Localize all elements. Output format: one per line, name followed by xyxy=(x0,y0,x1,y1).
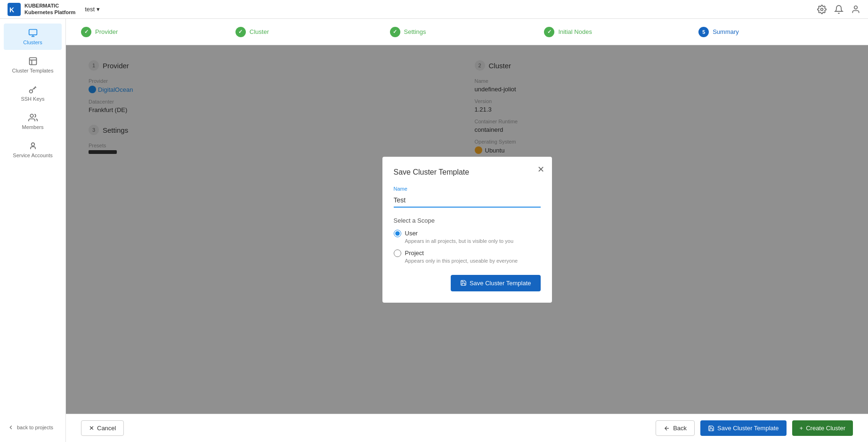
modal-footer: Save Cluster Template xyxy=(394,275,541,291)
plus-icon: + xyxy=(800,425,803,432)
step-label-summary: Summary xyxy=(713,28,739,35)
wizard-step-cluster[interactable]: ✓ Cluster xyxy=(235,27,390,37)
back-arrow-icon xyxy=(664,425,670,432)
footer-right: Back Save Cluster Template + Create Clus… xyxy=(656,420,853,436)
step-label-settings: Settings xyxy=(404,28,426,35)
radio-row-user: User xyxy=(394,230,541,237)
radio-user-label: User xyxy=(405,230,418,237)
create-cluster-label: Create Cluster xyxy=(806,425,845,432)
modal-name-field: Name xyxy=(394,186,541,208)
radio-user-desc: Appears in all projects, but is visible … xyxy=(405,238,541,244)
modal-close-button[interactable]: ✕ xyxy=(537,164,544,175)
step-label-provider: Provider xyxy=(95,28,118,35)
wizard-footer: ✕ Cancel Back Save Cluster Template xyxy=(66,414,868,442)
save-template-footer-label: Save Cluster Template xyxy=(717,425,779,432)
settings-icon[interactable] xyxy=(817,5,827,14)
wizard-body: 1 Provider Provider DigitalOcean Datacen… xyxy=(66,45,868,414)
modal-scope-label: Select a Scope xyxy=(394,217,541,224)
sidebar-item-ssh-keys[interactable]: SSH Keys xyxy=(4,80,62,106)
sidebar-members-label: Members xyxy=(22,124,44,130)
project-name: test xyxy=(85,6,95,13)
sidebar-item-service-accounts[interactable]: Service Accounts xyxy=(4,137,62,163)
sidebar-clusters-label: Clusters xyxy=(23,40,42,45)
sidebar: Clusters Cluster Templates SSH Keys Memb… xyxy=(0,19,66,442)
save-icon xyxy=(460,280,467,286)
radio-option-project: Project Appears only in this project, us… xyxy=(394,249,541,264)
modal-save-button[interactable]: Save Cluster Template xyxy=(451,275,541,291)
radio-project-label: Project xyxy=(405,249,424,257)
modal-name-input[interactable] xyxy=(394,193,541,208)
step-circle-settings: ✓ xyxy=(390,27,400,37)
modal-title: Save Cluster Template xyxy=(394,168,541,177)
modal-scope-radio-group: User Appears in all projects, but is vis… xyxy=(394,230,541,264)
cancel-icon: ✕ xyxy=(89,425,94,432)
svg-point-7 xyxy=(30,114,33,118)
radio-row-project: Project xyxy=(394,249,541,257)
radio-project-input[interactable] xyxy=(394,249,401,257)
svg-rect-5 xyxy=(29,58,36,65)
project-selector[interactable]: test ▾ xyxy=(81,4,104,15)
step-circle-summary: 5 xyxy=(698,27,709,37)
back-label: Back xyxy=(673,425,687,432)
svg-point-6 xyxy=(29,90,32,93)
back-to-projects-label: back to projects xyxy=(17,425,53,430)
save-cluster-template-button[interactable]: Save Cluster Template xyxy=(700,420,787,436)
back-button[interactable]: Back xyxy=(656,420,695,436)
save-cluster-template-modal: Save Cluster Template ✕ Name Select a Sc… xyxy=(382,157,552,303)
user-icon[interactable] xyxy=(851,5,860,14)
sidebar-service-accounts-label: Service Accounts xyxy=(13,153,52,158)
step-circle-initial-nodes: ✓ xyxy=(544,27,554,37)
radio-option-user: User Appears in all projects, but is vis… xyxy=(394,230,541,244)
wizard-step-provider[interactable]: ✓ Provider xyxy=(81,27,235,37)
sidebar-item-cluster-templates[interactable]: Cluster Templates xyxy=(4,52,62,78)
topbar: K KUBERMATICKubernetes Platform test ▾ xyxy=(0,0,868,19)
cancel-label: Cancel xyxy=(97,425,116,432)
wizard-step-initial-nodes[interactable]: ✓ Initial Nodes xyxy=(544,27,698,37)
content: ✓ Provider ✓ Cluster ✓ Settings ✓ Initia… xyxy=(66,19,868,442)
modal-save-label: Save Cluster Template xyxy=(470,280,531,287)
sidebar-ssh-keys-label: SSH Keys xyxy=(21,96,44,102)
step-circle-cluster: ✓ xyxy=(235,27,246,37)
main-layout: Clusters Cluster Templates SSH Keys Memb… xyxy=(0,19,868,442)
sidebar-cluster-templates-label: Cluster Templates xyxy=(12,68,54,73)
chevron-down-icon: ▾ xyxy=(97,6,100,13)
svg-rect-4 xyxy=(29,30,37,35)
sidebar-bottom: back to projects xyxy=(0,417,65,438)
cancel-button[interactable]: ✕ Cancel xyxy=(81,420,124,436)
svg-point-2 xyxy=(821,8,823,10)
sidebar-item-members[interactable]: Members xyxy=(4,108,62,135)
svg-point-8 xyxy=(31,143,34,146)
save-template-icon xyxy=(708,425,714,432)
logo-icon: K xyxy=(8,3,21,16)
modal-overlay: Save Cluster Template ✕ Name Select a Sc… xyxy=(66,45,868,414)
step-label-initial-nodes: Initial Nodes xyxy=(558,28,592,35)
create-cluster-button[interactable]: + Create Cluster xyxy=(792,420,853,436)
modal-name-label: Name xyxy=(394,186,541,192)
notification-icon[interactable] xyxy=(834,5,844,14)
logo-text: KUBERMATICKubernetes Platform xyxy=(24,3,75,15)
back-to-projects[interactable]: back to projects xyxy=(4,420,62,434)
radio-project-desc: Appears only in this project, useable by… xyxy=(405,258,541,264)
logo: K KUBERMATICKubernetes Platform xyxy=(8,3,75,16)
step-label-cluster: Cluster xyxy=(250,28,269,35)
wizard-step-settings[interactable]: ✓ Settings xyxy=(390,27,544,37)
step-circle-provider: ✓ xyxy=(81,27,91,37)
sidebar-item-clusters[interactable]: Clusters xyxy=(4,24,62,50)
svg-point-3 xyxy=(854,6,858,9)
topbar-left: K KUBERMATICKubernetes Platform test ▾ xyxy=(8,3,104,16)
wizard-step-summary[interactable]: 5 Summary xyxy=(698,27,853,37)
footer-left: ✕ Cancel xyxy=(81,420,124,436)
wizard-steps: ✓ Provider ✓ Cluster ✓ Settings ✓ Initia… xyxy=(66,19,868,45)
svg-text:K: K xyxy=(9,6,14,14)
topbar-right xyxy=(817,5,860,14)
radio-user-input[interactable] xyxy=(394,230,401,237)
